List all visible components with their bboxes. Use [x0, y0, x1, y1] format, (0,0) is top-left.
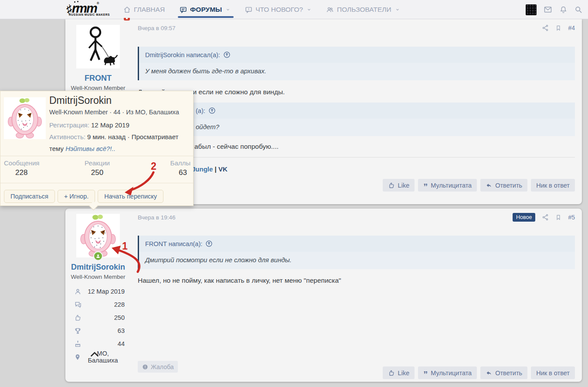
- quote-attribution[interactable]: FRONT написал(а):: [139, 236, 575, 252]
- multiquote-label: Мультицитата: [431, 182, 472, 189]
- trophy-icon: [74, 327, 82, 335]
- quote-attribution[interactable]: DmitrijSorokin написал(а):: [139, 47, 575, 63]
- post-4-author-sidebar: FRONT Well-Known Member: [65, 19, 131, 92]
- multiquote-button[interactable]: ” Мультицитата: [418, 366, 477, 379]
- quote-attribution[interactable]: (а):: [139, 103, 575, 119]
- stat-points: Баллы 63: [128, 159, 190, 177]
- reply-button[interactable]: Ответить: [480, 366, 527, 379]
- post-4-actions: Like ” Мультицитата Ответить Ник в ответ: [138, 179, 575, 192]
- stat-value[interactable]: 228: [15, 168, 27, 177]
- post-5-author-title: Well-Known Member: [65, 273, 131, 281]
- quote-author-text: FRONT написал(а):: [145, 240, 202, 247]
- messages-envelope-icon[interactable]: [543, 5, 553, 14]
- chevron-down-icon[interactable]: [226, 7, 230, 12]
- stat-value: 44: [118, 340, 125, 347]
- bookmark-icon[interactable]: [555, 24, 561, 31]
- chevron-down-icon[interactable]: [395, 7, 400, 12]
- like-button[interactable]: Like: [383, 366, 415, 379]
- nick-in-reply-button[interactable]: Ник в ответ: [531, 179, 575, 192]
- logo-registered-mark: ®: [97, 1, 99, 5]
- home-icon: [123, 6, 131, 14]
- multiquote-button[interactable]: ” Мультицитата: [418, 179, 477, 192]
- post-4-paragraph: абыл - сейчас попробую....: [138, 143, 575, 151]
- post-4-body: Вчера в 09:57 #4 DmitrijSorokin написал(…: [131, 19, 582, 192]
- share-icon[interactable]: [542, 24, 549, 31]
- quote-marks-icon: ”: [423, 372, 428, 377]
- activity-topic-link[interactable]: Нэйтивы всё?!..: [65, 145, 116, 152]
- nav-item-label: ГЛАВНАЯ: [134, 6, 165, 14]
- current-user-avatar[interactable]: [526, 4, 537, 15]
- post-5-header: Вчера в 19:46 Новое #5: [138, 213, 575, 222]
- logo-dots: [74, 1, 75, 3]
- forums-icon: [180, 6, 187, 14]
- member-card-avatar[interactable]: [4, 97, 46, 139]
- nav-item-label: ФОРУМЫ: [190, 6, 222, 14]
- quote-block: DmitrijSorokin написал(а): У меня должен…: [138, 47, 575, 80]
- expand-quote-icon[interactable]: [205, 240, 213, 247]
- stat-value[interactable]: 250: [91, 168, 103, 177]
- search-icon[interactable]: [574, 5, 583, 14]
- start-conversation-button[interactable]: Начать переписку: [98, 190, 163, 203]
- collapse-up-caret[interactable]: [90, 351, 106, 357]
- clipped-red-badge: [124, 18, 130, 21]
- quote-author-text: (а):: [196, 107, 205, 114]
- post-4-author-name[interactable]: FRONT: [65, 74, 131, 83]
- chevron-down-icon[interactable]: [307, 7, 311, 12]
- follow-button[interactable]: Подписаться: [4, 190, 55, 203]
- member-card-name[interactable]: DmitrijSorokin: [49, 95, 112, 106]
- front-avatar-stick-figure-dog[interactable]: [76, 25, 120, 68]
- report-button[interactable]: Жалоба: [138, 361, 178, 373]
- nav-item-forums[interactable]: ФОРУМЫ: [180, 0, 230, 19]
- post-4-timestamp[interactable]: Вчера в 09:57: [138, 25, 176, 31]
- signature-link-jungle[interactable]: Jungle: [192, 165, 213, 173]
- nick-in-reply-button[interactable]: Ник в ответ: [531, 366, 575, 379]
- dmitrijsorokin-avatar-dragonfruit[interactable]: [76, 214, 120, 257]
- bookmark-icon[interactable]: [555, 214, 561, 221]
- stat-label: Реакции: [85, 159, 110, 167]
- reply-button[interactable]: Ответить: [480, 179, 527, 192]
- member-card-activity: Активность: 9 мин. назад · Просматривает…: [49, 131, 193, 154]
- expand-quote-icon[interactable]: [223, 51, 231, 58]
- post-5-number[interactable]: #5: [568, 214, 575, 221]
- quote-author-text: DmitrijSorokin написал(а):: [145, 51, 220, 58]
- nav-item-whats-new[interactable]: ЧТО НОВОГО?: [245, 0, 311, 19]
- share-icon[interactable]: [542, 214, 549, 221]
- like-label: Like: [398, 370, 410, 377]
- stat-value: 63: [118, 327, 125, 334]
- post-5-author-sidebar: DmitrijSorokin Well-Known Member 12 Мар …: [65, 209, 131, 363]
- stat-reactions: Реакции 250: [66, 159, 129, 177]
- ignore-button[interactable]: + Игнор.: [58, 190, 95, 203]
- stat-label: Сообщения: [4, 159, 39, 167]
- registration-label: Регистрация:: [49, 121, 89, 129]
- expand-quote-icon[interactable]: [208, 107, 216, 114]
- quote-block: FRONT написал(а): Дмитрий посмотри если …: [138, 236, 575, 269]
- top-navbar: ♯rmm® RUSSIAN MUSIC MAKERS ГЛАВНАЯ ФОРУМ…: [0, 0, 588, 19]
- nav-item-home[interactable]: ГЛАВНАЯ: [123, 0, 165, 19]
- multiquote-label: Мультицитата: [431, 370, 472, 377]
- signature-link-vk[interactable]: VK: [218, 165, 228, 173]
- quote-marks-icon: ”: [423, 185, 428, 189]
- stat-value: 12 Мар 2019: [88, 288, 125, 295]
- rmm-logo[interactable]: ♯rmm® RUSSIAN MUSIC MAKERS: [66, 1, 110, 19]
- card-divider: [0, 183, 193, 183]
- navbar-right-tools: [526, 0, 583, 19]
- stat-value[interactable]: 63: [179, 168, 187, 177]
- activity-label: Активность:: [49, 133, 85, 140]
- post-5-body: Вчера в 19:46 Новое #5 FRONT написал(а):…: [131, 209, 582, 284]
- like-button[interactable]: Like: [383, 179, 415, 192]
- quote-text: У меня должен быть где-то в архивах.: [139, 63, 575, 80]
- nav-item-label: ЧТО НОВОГО?: [255, 6, 303, 14]
- members-icon: [326, 6, 334, 14]
- quote-block: (а): ойдет?: [138, 103, 575, 136]
- stat-age: 44: [65, 337, 131, 350]
- nav-item-members[interactable]: ПОЛЬЗОВАТЕЛИ: [326, 0, 400, 19]
- stat-value: 250: [114, 314, 125, 321]
- stat-label: Баллы: [170, 159, 190, 167]
- thumbs-up-icon: [74, 314, 82, 322]
- alerts-bell-icon[interactable]: [559, 5, 568, 14]
- post-4-number[interactable]: #4: [568, 24, 575, 31]
- reply-arrow-icon: [486, 370, 492, 376]
- post-5-timestamp[interactable]: Вчера в 19:46: [138, 214, 176, 221]
- post-5-author-name[interactable]: DmitrijSorokin: [65, 263, 131, 272]
- member-tooltip-card: DmitrijSorokin Well-Known Member · 44 · …: [0, 91, 194, 206]
